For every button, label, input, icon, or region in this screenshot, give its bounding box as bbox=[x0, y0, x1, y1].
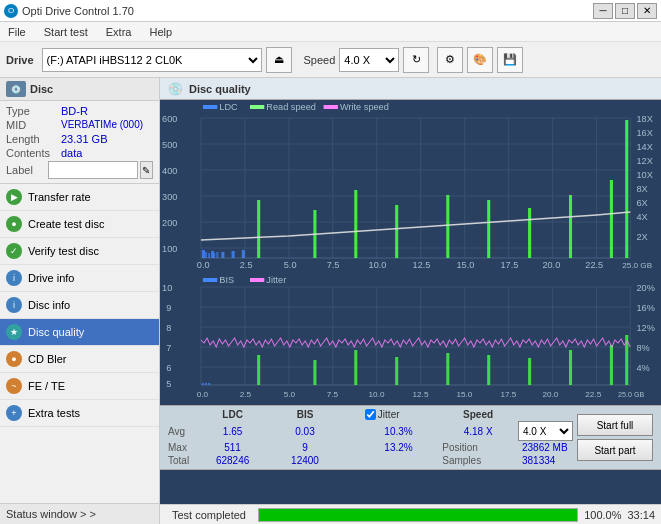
svg-rect-68 bbox=[324, 105, 338, 109]
progress-time: 33:14 bbox=[627, 509, 655, 521]
svg-text:300: 300 bbox=[162, 192, 177, 202]
svg-text:20%: 20% bbox=[636, 283, 654, 293]
sidebar-item-create-test-disc[interactable]: ● Create test disc bbox=[0, 211, 159, 238]
disc-header-text: Disc bbox=[30, 83, 53, 95]
speed-select[interactable]: 4.0 X bbox=[339, 48, 399, 72]
sidebar-item-verify-test-disc[interactable]: ✓ Verify test disc bbox=[0, 238, 159, 265]
start-full-button[interactable]: Start full bbox=[577, 414, 653, 436]
disc-label-label: Label bbox=[6, 164, 46, 176]
disc-mid-value: VERBATIMe (000) bbox=[61, 119, 143, 131]
svg-text:0.0: 0.0 bbox=[197, 260, 210, 270]
titlebar-left: O Opti Drive Control 1.70 bbox=[4, 4, 134, 18]
svg-text:20.0: 20.0 bbox=[542, 390, 558, 399]
top-chart: 600 500 400 300 200 100 18X 16X 14X 12X … bbox=[160, 100, 661, 275]
status-text: Test completed bbox=[166, 507, 252, 523]
eject-button[interactable]: ⏏ bbox=[266, 47, 292, 73]
avg-bis: 0.03 bbox=[271, 421, 339, 441]
svg-rect-109 bbox=[569, 350, 572, 385]
disc-quality-icon: ★ bbox=[6, 324, 22, 340]
svg-text:0.0: 0.0 bbox=[197, 390, 209, 399]
create-test-disc-label: Create test disc bbox=[28, 218, 104, 230]
disc-quality-title: Disc quality bbox=[189, 83, 251, 95]
total-bis: 12400 bbox=[271, 454, 339, 467]
drive-info-icon: i bbox=[6, 270, 22, 286]
svg-text:22.5: 22.5 bbox=[585, 260, 603, 270]
svg-text:200: 200 bbox=[162, 218, 177, 228]
sidebar-item-fe-te[interactable]: ~ FE / TE bbox=[0, 373, 159, 400]
progress-bar-fill bbox=[259, 509, 577, 521]
charts-area: 600 500 400 300 200 100 18X 16X 14X 12X … bbox=[160, 100, 661, 504]
svg-rect-61 bbox=[208, 253, 210, 258]
svg-rect-64 bbox=[203, 105, 217, 109]
svg-rect-55 bbox=[487, 200, 490, 258]
close-button[interactable]: ✕ bbox=[637, 3, 657, 19]
svg-text:7.5: 7.5 bbox=[327, 260, 340, 270]
jitter-header: Jitter bbox=[359, 408, 438, 421]
svg-rect-0 bbox=[160, 100, 661, 275]
svg-rect-58 bbox=[610, 180, 613, 258]
disc-quality-label: Disc quality bbox=[28, 326, 84, 338]
theme-button[interactable]: 🎨 bbox=[467, 47, 493, 73]
sidebar-item-disc-info[interactable]: i Disc info bbox=[0, 292, 159, 319]
disc-section-header: 💿 Disc bbox=[0, 78, 159, 101]
verify-test-disc-label: Verify test disc bbox=[28, 245, 99, 257]
drive-select[interactable]: (F:) ATAPI iHBS112 2 CL0K bbox=[42, 48, 262, 72]
sidebar: 💿 Disc Type BD-R MID VERBATIMe (000) Len… bbox=[0, 78, 160, 524]
total-ldc: 628246 bbox=[194, 454, 271, 467]
svg-text:25.0 GB: 25.0 GB bbox=[622, 261, 652, 270]
sidebar-item-drive-info[interactable]: i Drive info bbox=[0, 265, 159, 292]
speed-label: Speed bbox=[304, 54, 336, 66]
svg-text:5.0: 5.0 bbox=[284, 390, 296, 399]
svg-rect-103 bbox=[313, 360, 316, 385]
menu-file[interactable]: File bbox=[4, 24, 30, 40]
speed-select-stats[interactable]: 4.0 X bbox=[518, 421, 573, 441]
svg-rect-49 bbox=[242, 250, 245, 258]
svg-text:20.0: 20.0 bbox=[542, 260, 560, 270]
disc-type-row: Type BD-R bbox=[6, 105, 153, 117]
menu-extra[interactable]: Extra bbox=[102, 24, 136, 40]
svg-rect-59 bbox=[625, 120, 628, 258]
sidebar-item-extra-tests[interactable]: + Extra tests bbox=[0, 400, 159, 427]
svg-text:10.0: 10.0 bbox=[369, 390, 385, 399]
max-bis: 9 bbox=[271, 441, 339, 454]
sidebar-item-transfer-rate[interactable]: ▶ Transfer rate bbox=[0, 184, 159, 211]
svg-text:6X: 6X bbox=[636, 198, 647, 208]
svg-text:14X: 14X bbox=[636, 142, 652, 152]
menu-starttest[interactable]: Start test bbox=[40, 24, 92, 40]
svg-rect-47 bbox=[221, 252, 224, 258]
menu-help[interactable]: Help bbox=[145, 24, 176, 40]
main-layout: 💿 Disc Type BD-R MID VERBATIMe (000) Len… bbox=[0, 78, 661, 524]
svg-text:10.0: 10.0 bbox=[369, 260, 387, 270]
total-label: Total bbox=[164, 454, 194, 467]
disc-quality-header-icon: 💿 bbox=[168, 82, 183, 96]
svg-text:Read speed: Read speed bbox=[266, 102, 316, 112]
svg-text:12.5: 12.5 bbox=[413, 260, 431, 270]
status-window-button[interactable]: Status window > > bbox=[0, 503, 159, 524]
titlebar: O Opti Drive Control 1.70 ─ □ ✕ bbox=[0, 0, 661, 22]
save-button[interactable]: 💾 bbox=[497, 47, 523, 73]
progress-area: Test completed 100.0% 33:14 bbox=[160, 504, 661, 524]
svg-text:5: 5 bbox=[166, 379, 171, 389]
svg-rect-102 bbox=[257, 355, 260, 385]
svg-text:6: 6 bbox=[166, 363, 171, 373]
svg-text:4X: 4X bbox=[636, 212, 647, 222]
settings-button[interactable]: ⚙ bbox=[437, 47, 463, 73]
disc-label-input[interactable] bbox=[48, 161, 138, 179]
stats-table: LDC BIS Jitter Speed Avg bbox=[164, 408, 573, 467]
maximize-button[interactable]: □ bbox=[615, 3, 635, 19]
jitter-checkbox[interactable] bbox=[365, 409, 376, 420]
svg-text:8: 8 bbox=[166, 323, 171, 333]
sidebar-item-cd-bler[interactable]: ● CD Bler bbox=[0, 346, 159, 373]
disc-info-icon: i bbox=[6, 297, 22, 313]
cd-bler-icon: ● bbox=[6, 351, 22, 367]
svg-text:7.5: 7.5 bbox=[327, 390, 339, 399]
svg-text:2.5: 2.5 bbox=[240, 390, 252, 399]
disc-label-button[interactable]: ✎ bbox=[140, 161, 154, 179]
refresh-button[interactable]: ↻ bbox=[403, 47, 429, 73]
app-title: Opti Drive Control 1.70 bbox=[22, 5, 134, 17]
disc-length-label: Length bbox=[6, 133, 61, 145]
sidebar-item-disc-quality[interactable]: ★ Disc quality bbox=[0, 319, 159, 346]
minimize-button[interactable]: ─ bbox=[593, 3, 613, 19]
bottom-chart: 10 9 8 7 6 5 20% 16% 12% 8% 4% bbox=[160, 275, 661, 405]
start-part-button[interactable]: Start part bbox=[577, 439, 653, 461]
